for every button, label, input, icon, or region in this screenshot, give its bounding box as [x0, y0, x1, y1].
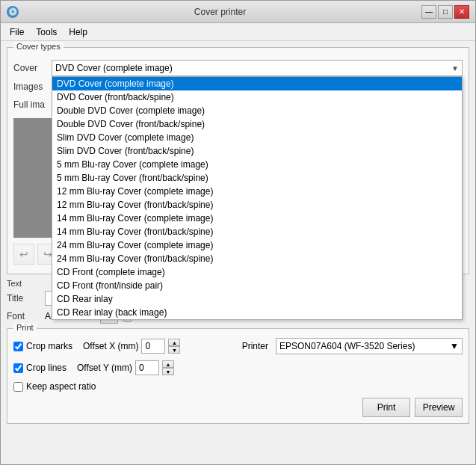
dropdown-item-3[interactable]: Double DVD Cover (front/back/spine) — [52, 117, 462, 131]
cover-combo-wrap: DVD Cover (complete image) ▼ DVD Cover (… — [52, 60, 463, 76]
printer-dropdown[interactable]: EPSON07A604 (WF-3520 Series) ▼ — [276, 338, 463, 354]
dropdown-item-14[interactable]: CD Front (complete image) — [52, 265, 462, 279]
dropdown-item-4[interactable]: Slim DVD Cover (complete image) — [52, 131, 462, 144]
title-bar: 💿 Cover printer — □ ✕ — [1, 1, 475, 23]
title-label: Title — [7, 293, 40, 304]
crop-lines-checkbox[interactable] — [13, 363, 23, 373]
cover-selected-value: DVD Cover (complete image) — [55, 63, 173, 73]
undo-button[interactable]: ↩ — [13, 244, 34, 265]
print-group: Print Crop marks Offset X (mm) ▲ ▼ Print… — [7, 328, 469, 424]
crop-marks-label[interactable]: Crop marks — [13, 341, 72, 351]
crop-marks-text: Crop marks — [26, 341, 72, 351]
cover-types-content: Cover DVD Cover (complete image) ▼ DVD C… — [13, 60, 463, 268]
printer-value: EPSON07A604 (WF-3520 Series) — [279, 341, 415, 351]
print-button[interactable]: Print — [362, 398, 410, 417]
action-row: Print Preview — [13, 398, 463, 417]
cover-dropdown-arrow: ▼ — [451, 64, 459, 73]
crop-marks-row: Crop marks Offset X (mm) ▲ ▼ Printer EPS… — [13, 338, 463, 354]
menu-help[interactable]: Help — [63, 25, 93, 39]
window-icon: 💿 — [7, 6, 19, 18]
dropdown-item-5[interactable]: Slim DVD Cover (front/back/spine) — [52, 144, 462, 158]
offset-x-input[interactable] — [141, 339, 165, 354]
dropdown-item-13[interactable]: 24 mm Blu-ray Cover (front/back/spine) — [52, 252, 462, 265]
cover-types-group: Cover types Cover DVD Cover (complete im… — [7, 47, 469, 274]
cover-label: Cover — [13, 63, 47, 73]
minimize-button[interactable]: — — [421, 5, 436, 19]
cover-row: Cover DVD Cover (complete image) ▼ DVD C… — [13, 60, 463, 76]
cover-dropdown[interactable]: DVD Cover (complete image) ▼ — [52, 60, 463, 76]
keep-aspect-row: Keep aspect ratio — [13, 381, 463, 392]
offset-x-spin-down[interactable]: ▼ — [168, 346, 180, 354]
printer-arrow-icon: ▼ — [450, 341, 459, 351]
font-label: Font — [7, 311, 40, 321]
offset-x-label: Offset X (mm) — [83, 341, 138, 351]
keep-aspect-text: Keep aspect ratio — [26, 381, 96, 392]
dropdown-item-6[interactable]: 5 mm Blu-ray Cover (complete image) — [52, 158, 462, 171]
crop-lines-row: Crop lines Offset Y (mm) ▲ ▼ — [13, 360, 463, 375]
print-label: Print — [13, 323, 37, 332]
window-controls: — □ ✕ — [421, 5, 469, 19]
offset-y-spinner: ▲ ▼ — [162, 360, 174, 375]
window-title: Cover printer — [19, 7, 421, 17]
dropdown-item-15[interactable]: CD Front (front/inside pair) — [52, 279, 462, 292]
dropdown-item-8[interactable]: 12 mm Blu-ray Cover (complete image) — [52, 185, 462, 198]
offset-y-row: Offset Y (mm) ▲ ▼ — [77, 360, 174, 375]
menu-file[interactable]: File — [4, 25, 30, 39]
crop-marks-checkbox[interactable] — [13, 342, 23, 351]
crop-lines-label[interactable]: Crop lines — [13, 363, 67, 373]
offset-x-row: Offset X (mm) ▲ ▼ — [83, 339, 180, 354]
dropdown-item-2[interactable]: Double DVD Cover (complete image) — [52, 104, 462, 117]
dropdown-item-7[interactable]: 5 mm Blu-ray Cover (front/back/spine) — [52, 171, 462, 185]
dropdown-item-12[interactable]: 24 mm Blu-ray Cover (complete image) — [52, 238, 462, 252]
offset-x-spin-up[interactable]: ▲ — [168, 339, 180, 346]
menu-tools[interactable]: Tools — [30, 25, 63, 39]
full-images-label: Full ima — [13, 99, 47, 110]
maximize-button[interactable]: □ — [438, 5, 453, 19]
dropdown-item-10[interactable]: 14 mm Blu-ray Cover (complete image) — [52, 212, 462, 225]
close-button[interactable]: ✕ — [454, 5, 469, 19]
dropdown-item-1[interactable]: DVD Cover (front/back/spine) — [52, 90, 462, 104]
offset-y-spin-down[interactable]: ▼ — [162, 368, 174, 375]
keep-aspect-label[interactable]: Keep aspect ratio — [13, 381, 96, 392]
offset-y-spin-up[interactable]: ▲ — [162, 360, 174, 368]
main-window: 💿 Cover printer — □ ✕ File Tools Help Co… — [0, 0, 476, 465]
cover-dropdown-list: DVD Cover (complete image) DVD Cover (fr… — [52, 76, 463, 320]
dropdown-item-11[interactable]: 14 mm Blu-ray Cover (front/back/spine) — [52, 225, 462, 238]
keep-aspect-checkbox[interactable] — [13, 382, 23, 392]
dropdown-item-17[interactable]: CD Rear inlay (back image) — [52, 306, 462, 319]
printer-label: Printer — [242, 341, 268, 351]
preview-button[interactable]: Preview — [415, 398, 463, 417]
menu-bar: File Tools Help — [1, 23, 475, 41]
cover-types-label: Cover types — [13, 42, 64, 51]
dropdown-item-9[interactable]: 12 mm Blu-ray Cover (front/back/spine) — [52, 198, 462, 212]
dropdown-item-16[interactable]: CD Rear inlay — [52, 292, 462, 306]
offset-y-input[interactable] — [135, 360, 159, 375]
offset-y-label: Offset Y (mm) — [77, 363, 132, 373]
dropdown-item-0[interactable]: DVD Cover (complete image) — [52, 77, 462, 90]
images-label: Images — [13, 81, 47, 92]
crop-lines-text: Crop lines — [26, 363, 67, 373]
offset-x-spinner: ▲ ▼ — [168, 339, 180, 354]
main-content: Cover types Cover DVD Cover (complete im… — [1, 41, 475, 464]
